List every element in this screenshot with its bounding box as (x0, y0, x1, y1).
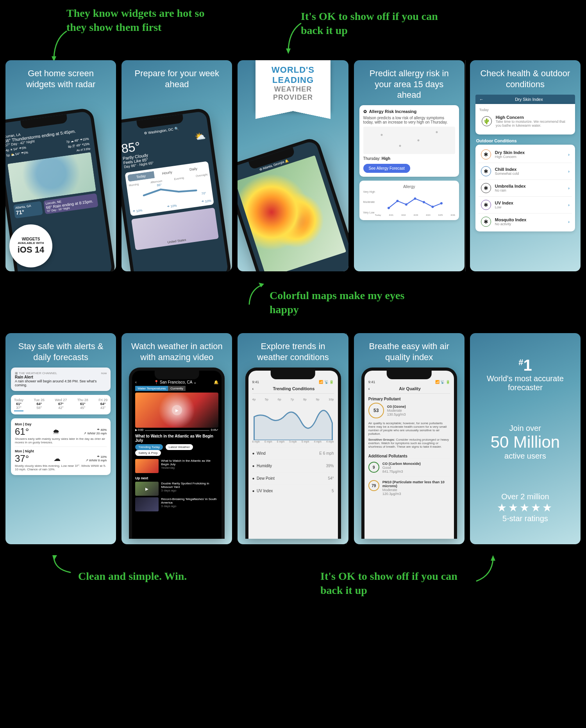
svg-point-0 (388, 207, 390, 209)
back-icon[interactable]: ‹ (368, 386, 370, 391)
svg-point-2 (405, 203, 407, 206)
svg-point-6 (440, 202, 443, 204)
panel-headline: Stay safe with alerts & daily forecasts (11, 341, 111, 363)
condition-row[interactable]: ✱ UV IndexLow › (479, 197, 572, 213)
chevron-right-icon: › (568, 203, 570, 207)
panel-accolades: #1 World's most accurate forecaster Join… (470, 333, 581, 544)
day-column[interactable]: Fri 2964°43° (98, 398, 107, 411)
panel-allergy: Predict allergy risk in your area 15 day… (354, 60, 465, 271)
location: Washington, DC (148, 127, 174, 135)
annotation-top-left: They know widgets are hot so they show t… (66, 6, 223, 35)
svg-point-4 (423, 201, 425, 203)
world-leading-ribbon: WORLD'S LEADING WEATHER PROVIDER (255, 60, 330, 111)
chevron-right-icon: › (568, 186, 570, 190)
pollutant-row[interactable]: 9 CO (Carbon Monoxide)Good841.75µg/m3 (368, 458, 450, 477)
panel-trends: Explore trends in weather conditions 9:4… (238, 333, 348, 544)
back-icon[interactable]: ‹ (252, 386, 254, 391)
panel-world-leading: WORLD'S LEADING WEATHER PROVIDER ⚙ Atlan… (238, 60, 348, 271)
panel-headline: Check health & outdoor conditions (475, 68, 575, 90)
trend-row[interactable]: ● UV Index5 (252, 484, 334, 497)
star-rating: ★★★★★ (497, 501, 554, 514)
header-bar: ← Dry Skin Index (475, 95, 575, 104)
panel-headline: Get home screen widgets with radar (11, 68, 111, 90)
section-label: Outdoor Conditions (476, 138, 575, 143)
svg-point-5 (431, 206, 434, 208)
annotation-bottom-right: It's OK to show off if you can back it u… (320, 569, 469, 598)
chevron-right-icon: › (568, 152, 570, 157)
panel-video: Watch weather in action with amazing vid… (121, 333, 232, 544)
condition-row[interactable]: ✱ Umbrella IndexNo rain › (479, 180, 572, 197)
play-icon[interactable]: ▶ (172, 405, 182, 415)
aqi-value: 53 (368, 403, 384, 418)
trend-row[interactable]: ● Dew Point54° (252, 472, 334, 484)
panel-headline: Breathe easy with air quality index (359, 341, 459, 363)
panel-alerts: Stay safe with alerts & daily forecasts … (5, 333, 116, 544)
panel-health-conditions: Check health & outdoor conditions ← Dry … (470, 60, 581, 271)
pill-trending[interactable]: Trending Today (135, 444, 163, 450)
svg-point-1 (396, 200, 398, 202)
condition-row[interactable]: ✱ Dry Skin IndexHigh Concern › (479, 146, 572, 163)
panel-air-quality: Breathe easy with air quality index 9:41… (354, 333, 465, 544)
pill-latest[interactable]: Latest Weather (166, 444, 193, 450)
day-column[interactable]: Today61°37° (14, 398, 23, 411)
pollutant-row[interactable]: 79 PM10 (Particulate matter less than 10… (368, 477, 450, 499)
arrow-icon (47, 554, 74, 577)
svg-point-3 (414, 197, 416, 200)
see-forecast-button[interactable]: See Allergy Forecast (363, 164, 410, 173)
day-column[interactable]: Thu 2861°45° (77, 398, 88, 411)
conditions-list: ← Dry Skin Index Today 🌵 High Concern Ta… (475, 95, 575, 235)
trend-row[interactable]: ● WindE 6 mph (252, 447, 334, 459)
condition-row[interactable]: ✱ Mosquito IndexNo activity › (479, 213, 572, 230)
condition-icon: ✱ (481, 217, 491, 227)
condition-icon: ✱ (481, 200, 491, 210)
pill-safety[interactable]: Safety & Prep (135, 450, 161, 456)
night-temp: 37° (15, 453, 29, 464)
annotation-mid: Colorful maps make my eyes happy (270, 289, 410, 317)
annotation-bottom-left: Clean and simple. Win. (78, 569, 187, 583)
chevron-right-icon: › (568, 169, 570, 174)
condition-row[interactable]: ✱ Chill IndexSomewhat cold › (479, 163, 572, 180)
day-temp: 61° (15, 426, 29, 437)
back-icon[interactable]: ‹ (135, 380, 136, 384)
annotation-top-right: It's OK to show off if you can back it u… (301, 9, 449, 38)
arrow-icon (281, 20, 305, 55)
day-column[interactable]: Wed 2767°42° (55, 398, 67, 411)
cactus-icon: 🌵 (482, 116, 492, 126)
allergy-chart: Allergy Very HighModerateVery Low Today4… (359, 181, 459, 220)
condition-icon: ✱ (481, 166, 491, 176)
panel-widgets: Get home screen widgets with radar Curra… (5, 60, 116, 271)
chevron-right-icon: › (568, 219, 570, 224)
panel-headline: Prepare for your week ahead (127, 68, 227, 90)
back-icon[interactable]: ← (479, 97, 484, 102)
arrow-icon (242, 281, 266, 308)
panel-headline: Watch weather in action with amazing vid… (127, 341, 227, 363)
ios14-badge: WIDGETS AVAILABLE WITH iOS 14 (9, 224, 52, 267)
allergy-card: ✿Allergy Risk Increasing Watson predicts… (359, 105, 459, 177)
panel-headline: Predict allergy risk in your area 15 day… (359, 68, 459, 100)
panel-headline: Explore trends in weather conditions (243, 341, 343, 363)
day-column[interactable]: Tue 2664°58° (34, 398, 45, 411)
screenshot-row-1: Get home screen widgets with radar Curra… (0, 55, 586, 277)
condition-icon: ✱ (481, 183, 491, 193)
flower-icon: ✿ (363, 109, 367, 114)
rank-badge: #1 (475, 357, 575, 374)
panel-week-ahead: Prepare for your week ahead ⚙ Washington… (121, 60, 232, 271)
trend-row[interactable]: ● Humidity39% (252, 459, 334, 472)
bell-icon[interactable]: 🔔 (214, 380, 218, 384)
screenshot-row-2: Stay safe with alerts & daily forecasts … (0, 328, 586, 550)
arrow-icon (473, 554, 500, 585)
condition-icon: ✱ (481, 149, 491, 160)
